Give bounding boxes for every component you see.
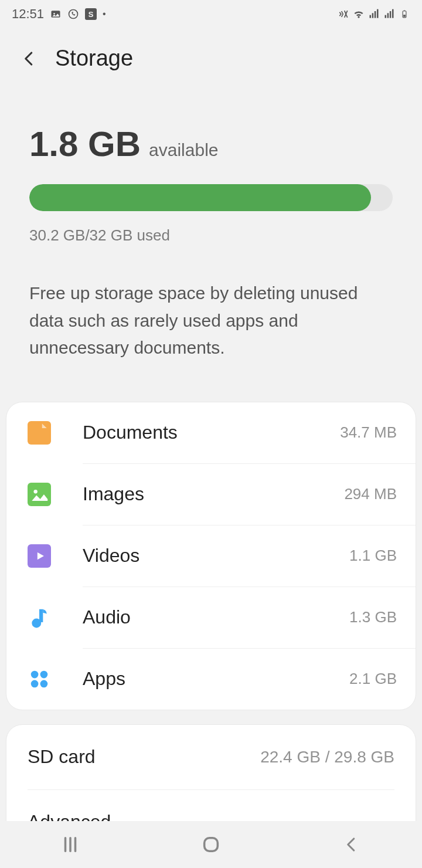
videos-icon bbox=[28, 544, 51, 568]
signal2-icon bbox=[383, 8, 395, 20]
wifi-icon bbox=[353, 8, 365, 20]
svg-rect-12 bbox=[403, 15, 406, 17]
page-header: Storage bbox=[0, 28, 422, 77]
back-button[interactable] bbox=[20, 49, 39, 68]
svg-point-19 bbox=[31, 670, 39, 678]
used-text: 30.2 GB/32 GB used bbox=[29, 226, 393, 245]
storage-hint: Free up storage space by deleting unused… bbox=[29, 280, 393, 362]
category-label: Apps bbox=[83, 668, 349, 690]
svg-rect-4 bbox=[372, 13, 374, 18]
s-app-icon: S bbox=[85, 8, 97, 20]
category-label: Audio bbox=[83, 606, 349, 628]
storage-bar-fill bbox=[29, 184, 371, 211]
back-nav-button[interactable] bbox=[339, 832, 365, 857]
audio-icon bbox=[28, 606, 51, 629]
home-button[interactable] bbox=[198, 832, 224, 857]
sdcard-label: SD card bbox=[28, 746, 96, 768]
svg-rect-18 bbox=[39, 609, 43, 622]
storage-bar bbox=[29, 184, 393, 211]
svg-point-15 bbox=[34, 490, 38, 493]
category-images[interactable]: Images 294 MB bbox=[6, 464, 416, 525]
svg-rect-9 bbox=[390, 11, 392, 18]
whatsapp-icon bbox=[67, 8, 79, 20]
vibrate-icon bbox=[338, 8, 349, 20]
signal-icon bbox=[368, 8, 380, 20]
category-documents[interactable]: Documents 34.7 MB bbox=[6, 402, 416, 463]
category-label: Images bbox=[83, 483, 344, 505]
status-bar: 12:51 S • bbox=[0, 0, 422, 28]
available-amount: 1.8 GB bbox=[29, 124, 141, 164]
more-notifications-icon: • bbox=[103, 9, 106, 19]
apps-icon bbox=[28, 667, 51, 691]
category-size: 34.7 MB bbox=[340, 423, 397, 442]
recents-button[interactable] bbox=[57, 832, 83, 857]
documents-icon bbox=[28, 421, 51, 445]
svg-rect-13 bbox=[404, 11, 405, 11]
sdcard-row[interactable]: SD card 22.4 GB / 29.8 GB bbox=[6, 725, 416, 789]
storage-summary: 1.8 GB available 30.2 GB/32 GB used Free… bbox=[0, 77, 422, 385]
categories-card: Documents 34.7 MB Images 294 MB Videos 1… bbox=[6, 402, 416, 710]
category-size: 1.1 GB bbox=[349, 547, 397, 565]
svg-rect-7 bbox=[385, 15, 387, 18]
category-size: 294 MB bbox=[344, 485, 397, 503]
svg-point-1 bbox=[53, 13, 55, 15]
images-icon bbox=[28, 483, 51, 506]
system-nav-bar bbox=[0, 821, 422, 868]
category-audio[interactable]: Audio 1.3 GB bbox=[6, 587, 416, 648]
category-label: Documents bbox=[83, 422, 340, 443]
battery-icon bbox=[399, 8, 410, 20]
svg-rect-6 bbox=[377, 9, 379, 18]
category-videos[interactable]: Videos 1.1 GB bbox=[6, 525, 416, 586]
category-apps[interactable]: Apps 2.1 GB bbox=[6, 649, 416, 710]
category-label: Videos bbox=[83, 545, 349, 567]
svg-rect-5 bbox=[375, 11, 376, 18]
gallery-icon bbox=[50, 8, 62, 20]
category-size: 2.1 GB bbox=[349, 670, 397, 688]
svg-rect-26 bbox=[205, 838, 218, 852]
svg-point-22 bbox=[40, 680, 48, 687]
svg-rect-3 bbox=[370, 15, 372, 18]
svg-rect-10 bbox=[392, 9, 394, 18]
category-size: 1.3 GB bbox=[349, 608, 397, 626]
status-time: 12:51 bbox=[12, 6, 44, 22]
svg-point-21 bbox=[31, 680, 39, 687]
sdcard-value: 22.4 GB / 29.8 GB bbox=[260, 748, 394, 767]
svg-point-20 bbox=[40, 670, 48, 678]
page-title: Storage bbox=[55, 46, 133, 71]
svg-rect-8 bbox=[387, 13, 389, 18]
available-label: available bbox=[149, 140, 218, 160]
